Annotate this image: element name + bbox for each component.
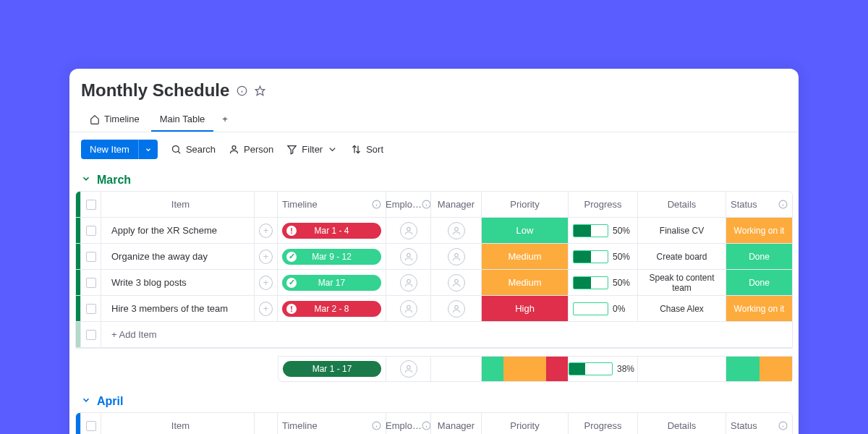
progress-label: 50% [613,278,633,288]
col-priority[interactable]: Priority [481,413,568,434]
page-title: Monthly Schedule [81,80,229,101]
manager-avatar[interactable] [448,248,465,265]
timeline-pill[interactable]: !Mar 1 - 4 [282,223,381,239]
col-progress[interactable]: Progress [568,192,637,217]
col-details[interactable]: Details [637,192,726,217]
row-checkbox[interactable] [86,252,96,262]
info-icon[interactable] [372,200,381,209]
add-subitem-icon[interactable]: + [259,302,273,316]
add-subitem-icon[interactable]: + [259,250,273,264]
add-item-row[interactable]: + Add Item [76,322,792,348]
priority-cell[interactable]: Medium [482,244,568,269]
table-row[interactable]: Apply for the XR Scheme + !Mar 1 - 4 Low… [76,218,792,244]
employee-avatar[interactable] [400,300,417,318]
details-cell[interactable]: Create board [637,244,726,269]
new-item-label[interactable]: New Item [81,140,138,159]
info-icon[interactable] [372,421,381,430]
sort-button[interactable]: Sort [351,144,383,155]
new-item-button[interactable]: New Item [81,140,158,159]
col-status[interactable]: Status [726,192,792,217]
group-header[interactable]: March [75,169,793,191]
table-row[interactable]: Hire 3 members of the team + !Mar 2 - 8 … [76,296,792,322]
timeline-pill[interactable]: !Mar 2 - 8 [282,301,381,317]
item-name[interactable]: Organize the away day [101,244,254,269]
employee-avatar[interactable] [400,248,417,265]
col-employee[interactable]: Emplo… [386,192,430,217]
info-icon[interactable] [778,421,788,430]
row-checkbox[interactable] [86,330,96,340]
person-button[interactable]: Person [229,144,273,155]
timeline-status-icon: ! [286,304,297,314]
manager-avatar[interactable] [448,274,465,292]
priority-cell[interactable]: High [482,296,568,321]
details-cell[interactable]: Chase Alex [637,296,726,321]
priority-cell[interactable]: Medium [482,270,568,295]
tab-timeline[interactable]: Timeline [81,108,148,132]
tab-main-table[interactable]: Main Table [151,108,214,132]
item-name[interactable]: Write 3 blog posts [101,270,254,295]
timeline-pill[interactable]: ✓Mar 9 - 12 [282,249,381,265]
item-name[interactable]: Apply for the XR Scheme [101,218,254,243]
col-progress[interactable]: ⇳Progress [568,413,637,434]
col-details[interactable]: Details [637,413,726,434]
priority-cell[interactable]: Low [482,218,568,243]
group-name: April [97,395,123,408]
col-priority[interactable]: Priority [481,192,568,217]
timeline-status-icon: ! [286,226,297,236]
col-manager[interactable]: Manager [430,192,481,217]
add-subitem-icon[interactable]: + [259,224,273,238]
col-manager[interactable]: Manager [430,413,481,434]
group-summary: Mar 1 - 17 38% [75,356,793,382]
row-checkbox[interactable] [86,278,96,288]
new-item-dropdown[interactable] [138,140,158,159]
col-timeline[interactable]: Timeline [277,413,386,434]
search-button[interactable]: Search [171,144,216,155]
details-cell[interactable]: Speak to content team [637,270,726,295]
col-status[interactable]: Status [726,413,792,434]
row-checkbox[interactable] [86,304,96,314]
item-name[interactable]: Hire 3 members of the team [101,296,254,321]
status-cell[interactable]: Working on it [726,218,792,243]
progress-cell[interactable]: 0% [573,302,633,315]
info-icon[interactable] [422,200,431,209]
col-employee[interactable]: Emplo… [386,413,430,434]
timeline-pill[interactable]: ✓Mar 17 [282,275,381,291]
select-all-checkbox[interactable] [86,421,96,431]
info-icon[interactable] [237,85,247,96]
manager-avatar[interactable] [448,300,465,318]
employee-avatar[interactable] [400,222,417,239]
add-subitem-icon[interactable]: + [259,276,273,290]
row-checkbox[interactable] [86,226,96,236]
select-all-checkbox[interactable] [86,200,96,210]
summary-avatar[interactable] [400,360,417,378]
filter-button[interactable]: Filter [286,144,338,155]
col-item[interactable]: Item [101,413,254,434]
col-item[interactable]: Item [101,192,254,217]
employee-avatar[interactable] [400,274,417,292]
add-view-button[interactable]: + [216,108,234,132]
manager-avatar[interactable] [448,222,465,239]
status-cell[interactable]: Done [726,270,792,295]
status-cell[interactable]: Done [726,244,792,269]
chevron-down-icon[interactable] [81,174,91,187]
group-header[interactable]: April [75,391,793,412]
summary-timeline[interactable]: Mar 1 - 17 [283,361,381,377]
star-icon[interactable] [255,85,265,96]
progress-label: 0% [613,304,633,314]
chevron-down-icon[interactable] [81,395,91,408]
table-row[interactable]: Write 3 blog posts + ✓Mar 17 Medium 50% … [76,270,792,296]
details-cell[interactable]: Finalise CV [637,218,726,243]
progress-cell[interactable]: 50% [573,224,633,237]
table-row[interactable]: Organize the away day + ✓Mar 9 - 12 Medi… [76,244,792,270]
info-icon[interactable] [422,421,431,430]
progress-cell[interactable]: 50% [573,276,633,289]
col-timeline[interactable]: Timeline [277,192,386,217]
progress-cell[interactable]: 50% [573,250,633,263]
status-cell[interactable]: Working on it [726,296,792,321]
svg-point-24 [454,279,458,283]
info-icon[interactable] [778,200,788,209]
add-item-label[interactable]: + Add Item [101,322,792,347]
timeline-text: Mar 2 - 8 [314,304,349,314]
group-march: March Item Timeline Emplo… Manager Prior… [69,169,799,391]
progress-label: 50% [613,252,633,262]
